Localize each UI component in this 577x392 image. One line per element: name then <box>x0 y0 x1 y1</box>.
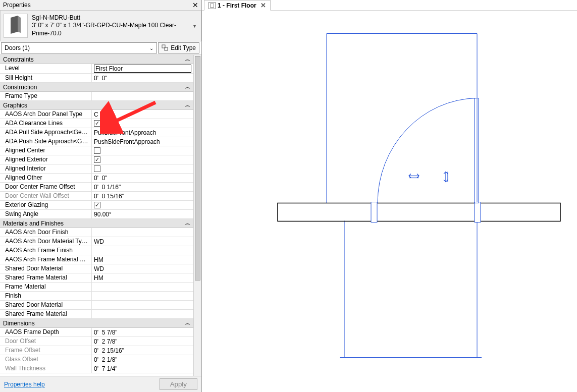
property-input[interactable] <box>94 129 191 136</box>
category-header[interactable]: Graphics︽ <box>0 101 193 110</box>
property-value[interactable] <box>92 210 193 218</box>
property-input[interactable] <box>94 256 191 263</box>
property-input[interactable] <box>94 229 191 236</box>
property-value[interactable] <box>92 264 193 273</box>
category-header[interactable]: Materials and Finishes︽ <box>0 219 193 228</box>
category-filter-dropdown[interactable]: Doors (1) ⌄ <box>1 42 157 53</box>
property-value[interactable] <box>92 301 193 309</box>
properties-panel: Properties ✕ SgI-N-MDRU-Butt 3' 0" x 7' … <box>0 0 202 392</box>
property-row: AAOS Frame Depth <box>0 328 193 337</box>
property-input[interactable] <box>94 302 191 309</box>
chevron-down-icon[interactable]: ▾ <box>191 23 198 29</box>
category-header[interactable]: Construction︽ <box>0 83 193 92</box>
property-input <box>94 193 191 200</box>
property-label: ADA Push Side Approach<Gen... <box>0 137 92 146</box>
property-label: AAOS Arch Frame Material Type <box>0 255 92 264</box>
collapse-icon[interactable]: ︽ <box>185 321 190 325</box>
property-value[interactable] <box>92 183 193 191</box>
view-tab[interactable]: 1 - First Floor ✕ <box>204 0 271 11</box>
property-input[interactable] <box>94 311 191 318</box>
property-value[interactable] <box>92 174 193 182</box>
collapse-icon[interactable]: ︽ <box>185 57 190 62</box>
property-row: AAOS Arch Door Finish <box>0 228 193 237</box>
checkbox[interactable] <box>94 165 100 172</box>
property-value[interactable] <box>92 92 193 100</box>
property-input[interactable] <box>94 65 191 73</box>
property-value[interactable]: ✓ <box>92 119 193 128</box>
scrollbar[interactable] <box>193 55 201 376</box>
svg-rect-12 <box>278 203 560 221</box>
property-value[interactable] <box>92 128 193 137</box>
property-input[interactable] <box>94 93 191 100</box>
type-selector[interactable]: SgI-N-MDRU-Butt 3' 0" x 7' 0" x 1 3/4"-G… <box>0 11 201 41</box>
property-value[interactable] <box>92 137 193 146</box>
property-row: ADA Push Side Approach<Gen... <box>0 137 193 146</box>
property-row: Frame Type <box>0 92 193 101</box>
category-header[interactable]: Dimensions︽ <box>0 319 193 328</box>
property-row: Finish <box>0 292 193 301</box>
property-row: Door Offset <box>0 337 193 346</box>
property-value[interactable] <box>92 64 193 73</box>
collapse-icon[interactable]: ︽ <box>185 85 190 89</box>
type-size: 3' 0" x 7' 0" x 1 3/4"-GR-GPD-CU-M-Maple… <box>32 22 191 37</box>
property-input[interactable] <box>94 211 191 218</box>
property-label: Glass Offset <box>0 355 92 364</box>
scrollbar-thumb[interactable] <box>195 56 200 281</box>
close-icon[interactable]: ✕ <box>260 2 266 9</box>
property-input[interactable] <box>94 75 191 82</box>
property-row: AAOS Arch Door Panel Type <box>0 110 193 119</box>
property-value[interactable] <box>92 74 193 82</box>
property-value[interactable] <box>92 146 193 155</box>
property-value[interactable]: ✓ <box>92 155 193 164</box>
property-value[interactable] <box>92 110 193 119</box>
property-row: Frame Offset <box>0 346 193 355</box>
category-header[interactable]: Constraints︽ <box>0 55 193 64</box>
checkbox[interactable]: ✓ <box>94 202 100 208</box>
property-value[interactable] <box>92 273 193 282</box>
property-label: AAOS Arch Door Material Type <box>0 237 92 246</box>
property-row: Level <box>0 64 193 74</box>
property-value[interactable]: ✓ <box>92 201 193 209</box>
property-input[interactable] <box>94 238 191 245</box>
property-input[interactable] <box>94 329 191 336</box>
property-input[interactable] <box>94 265 191 272</box>
property-label: Finish <box>0 292 92 300</box>
checkbox[interactable]: ✓ <box>94 120 100 127</box>
property-value[interactable] <box>92 164 193 173</box>
property-label: Shared Door Material <box>0 301 92 309</box>
property-input[interactable] <box>94 284 191 291</box>
property-label: Exterior Glazing <box>0 201 92 209</box>
category-title: Materials and Finishes <box>3 220 64 227</box>
property-input[interactable] <box>94 274 191 282</box>
edit-type-icon <box>162 44 169 51</box>
property-value[interactable] <box>92 328 193 337</box>
property-input[interactable] <box>94 184 191 191</box>
property-label: Door Center Frame Offset <box>0 183 92 191</box>
property-input[interactable] <box>94 111 191 118</box>
property-value[interactable] <box>92 228 193 237</box>
property-input[interactable] <box>94 138 191 145</box>
property-value[interactable] <box>92 255 193 264</box>
collapse-icon[interactable]: ︽ <box>185 103 190 107</box>
property-input[interactable] <box>94 247 191 254</box>
checkbox[interactable] <box>94 147 100 154</box>
collapse-icon[interactable]: ︽ <box>185 221 190 226</box>
door-plan-drawing <box>202 11 577 392</box>
property-input[interactable] <box>94 175 191 182</box>
apply-button[interactable]: Apply <box>160 378 197 390</box>
property-value[interactable] <box>92 246 193 255</box>
property-value[interactable] <box>92 310 193 318</box>
properties-header: Properties ✕ <box>0 0 201 11</box>
property-value[interactable] <box>92 292 193 300</box>
close-icon[interactable]: ✕ <box>192 1 198 9</box>
property-value[interactable] <box>92 237 193 246</box>
property-label: Door Offset <box>0 337 92 346</box>
drawing-canvas[interactable] <box>202 11 577 392</box>
properties-grid[interactable]: Constraints︽LevelSill HeightConstruction… <box>0 55 193 376</box>
edit-type-button[interactable]: Edit Type <box>158 42 199 53</box>
property-label: AAOS Arch Door Panel Type <box>0 110 92 119</box>
properties-help-link[interactable]: Properties help <box>4 381 45 388</box>
property-value[interactable] <box>92 283 193 291</box>
checkbox[interactable]: ✓ <box>94 156 100 163</box>
property-input[interactable] <box>94 293 191 300</box>
